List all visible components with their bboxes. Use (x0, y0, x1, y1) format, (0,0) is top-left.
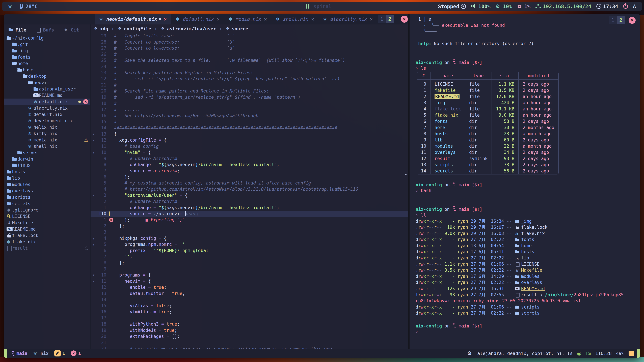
tab-close-icon[interactable]: × (370, 16, 373, 22)
tab-close-icon[interactable]: × (264, 16, 267, 22)
text-cursor (185, 211, 186, 216)
tree-item-LICENSE[interactable]: LICENSE (4, 213, 90, 220)
tree-item-Makefile[interactable]: Makefile (4, 220, 90, 226)
tree-item-base[interactable]: base (4, 67, 90, 73)
tree-item-default.nix[interactable]: default.nix× (4, 98, 90, 105)
tree-item-desktop[interactable]: desktop (4, 73, 90, 79)
tree-item-label: fonts (18, 55, 30, 60)
tree-item-astronvim_user[interactable]: astronvim_user (4, 86, 90, 92)
tabpage-1[interactable]: 1 (378, 15, 386, 23)
pkg-icon (117, 26, 123, 31)
terminal-page-1[interactable]: 1 (609, 16, 617, 24)
tree-item-_img[interactable]: _img (4, 48, 90, 54)
tab-close-icon[interactable]: × (164, 16, 167, 22)
tree-item-alacritty.nix[interactable]: alacritty.nix (4, 105, 90, 111)
keyboard-layout[interactable]: A (633, 3, 636, 9)
tree-item-README.md[interactable]: README.md (4, 226, 90, 232)
tree-source-tabs: FileBufsGit (4, 26, 90, 35)
tree-item-neovim[interactable]: neovim (4, 79, 90, 86)
tab-shell.nix[interactable]: shell.nix× (271, 14, 319, 24)
tree-tab-Bufs[interactable]: Bufs (36, 27, 54, 32)
tree-item-flake.nix[interactable]: flake.nix (4, 239, 90, 245)
tree-item-scripts[interactable]: scripts (4, 194, 90, 200)
breadcrumb-item-source[interactable]: source (225, 26, 248, 31)
tree-item-hosts[interactable]: hosts (4, 169, 90, 175)
tree-item-~/nix-config[interactable]: ~/nix-config (4, 35, 90, 41)
tree-item-overlays[interactable]: overlays (4, 188, 90, 194)
tree-tab-Git[interactable]: Git (64, 27, 79, 32)
code-line: 6 }; (90, 174, 408, 180)
code-line: 18# (90, 100, 408, 107)
tree-item-.gitignore[interactable]: .gitignore (4, 207, 90, 213)
tab-close-icon[interactable]: × (217, 16, 220, 22)
code-line: 5 # my cusotom astronvim config, astronv… (90, 180, 408, 186)
tree-item-label: shell.nix (34, 144, 57, 149)
tab-media.nix[interactable]: media.nix× (224, 14, 271, 24)
nix-icon (99, 16, 105, 22)
editor-pane[interactable]: xdg›configFile›astronvim/lua/user›source… (90, 24, 408, 349)
tree-item-label: server (23, 150, 38, 155)
breadcrumb-item-configFile[interactable]: configFile (117, 26, 151, 31)
modified-count-module: 1 (54, 350, 65, 357)
tree-item-secrets[interactable]: secrets (4, 200, 90, 207)
nix-icon (28, 118, 34, 123)
tree-item-shell.nix[interactable]: shell.nix (4, 143, 90, 149)
scrollbar-thumb[interactable] (405, 174, 406, 175)
network-module[interactable]: 192.168.5.100/24 (536, 3, 591, 9)
tree-item-server[interactable]: server (4, 149, 90, 156)
volume-module[interactable]: 100% (471, 3, 490, 9)
code-line: 7 ''; (90, 254, 408, 260)
code-line: 11 # base config (90, 143, 408, 149)
tree-item-media.nix[interactable]: media.nix⚠ (4, 137, 90, 143)
tree-item-home[interactable]: home (4, 60, 90, 67)
close-icon[interactable]: × (83, 99, 88, 104)
md-icon (515, 286, 520, 291)
media-pause-icon[interactable] (305, 4, 310, 9)
tab-alacritty.nix[interactable]: alacritty.nix× (319, 14, 377, 24)
file-tree[interactable]: ~/nix-config.git_imgfontshomebasedesktop… (4, 35, 90, 251)
code-area[interactable]: 29# Toggle text's case: `~`28# Convert t… (90, 33, 408, 349)
git-branch-name: main (16, 351, 27, 356)
shell-command: › (416, 329, 640, 335)
tree-item-label: .git (18, 42, 28, 47)
network-address: 192.168.5.100/24 (543, 3, 591, 9)
tabpage-2[interactable]: 2 (386, 15, 394, 23)
code-line: 20 extraPackages = []; (90, 333, 408, 340)
terminal-page-2[interactable]: 2 (617, 16, 625, 24)
breadcrumb-item-astronvim/lua/user[interactable]: astronvim/lua/user (160, 26, 216, 31)
tree-item-lib[interactable]: lib (4, 175, 90, 181)
tree-item-result[interactable]: result (4, 245, 90, 251)
terminal-pane[interactable]: 12× 1 │ a · ╰── executable was not found… (408, 14, 640, 349)
error-count-module[interactable]: × 1 (71, 351, 81, 356)
ls-row-name: flake.nix (430, 112, 465, 118)
git-branch-module[interactable]: main (11, 351, 27, 356)
treesitter-label: TS (586, 351, 591, 356)
doc-icon (515, 293, 520, 297)
breadcrumb-item-xdg[interactable]: xdg (93, 26, 108, 31)
folder-open-icon (17, 67, 23, 72)
terminal-close-button[interactable]: × (628, 17, 636, 24)
tree-item-flake.lock[interactable]: flake.lock (4, 232, 90, 239)
tree-item-label: base (23, 67, 33, 72)
tree-item-fonts[interactable]: fonts (4, 54, 90, 60)
tree-item-helix.nix[interactable]: helix.nix (4, 124, 90, 130)
tree-item-README.md[interactable]: README.md (4, 92, 90, 98)
folder-icon (12, 156, 18, 162)
tree-item-modules[interactable]: modules (4, 181, 90, 188)
tree-tab-File[interactable]: File (8, 27, 26, 32)
tabline-close-button[interactable]: × (401, 15, 408, 23)
tree-item-default.nix[interactable]: default.nix (4, 111, 90, 118)
tree-item-kitty.nix[interactable]: kitty.nix (4, 130, 90, 137)
power-icon[interactable] (623, 4, 628, 9)
tab-close-icon[interactable]: × (311, 16, 314, 22)
tree-item-darwin[interactable]: darwin (4, 156, 90, 162)
terminal-line (416, 175, 640, 181)
tree-item-.git[interactable]: .git (4, 41, 90, 48)
tree-item-linux[interactable]: linux (4, 162, 90, 169)
tab-default.nix[interactable]: default.nix× (171, 14, 224, 24)
code-line: 9 (90, 266, 408, 272)
tree-item-development.nix[interactable]: development.nix (4, 118, 90, 124)
tab-neovim/default.nix[interactable]: neovim/default.nix× (94, 14, 171, 24)
code-line: 12 enable = true; (90, 284, 408, 291)
stop-icon[interactable] (461, 4, 466, 9)
